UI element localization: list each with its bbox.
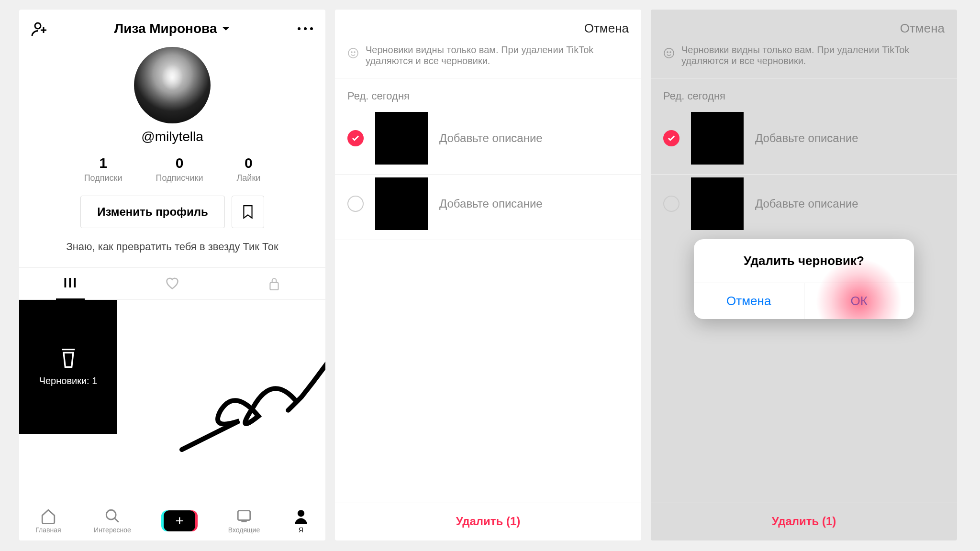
svg-point-3 — [310, 27, 313, 30]
draft-description: Добавьте описание — [755, 197, 858, 210]
stat-likes[interactable]: 0 Лайки — [237, 155, 261, 183]
bio-text: Знаю, как превратить тебя в звезду Тик Т… — [19, 241, 325, 253]
drafts-info: Черновики видны только вам. При удалении… — [335, 41, 641, 78]
feed-icon — [63, 276, 78, 289]
svg-point-1 — [298, 27, 301, 30]
draft-thumbnail — [375, 112, 428, 165]
svg-point-16 — [670, 52, 671, 53]
draft-item-2: Добавьте описание — [651, 175, 957, 240]
svg-rect-7 — [270, 283, 278, 290]
dialog-title: Удалить черновик? — [694, 239, 914, 283]
draft-thumbnail — [691, 112, 744, 165]
bookmark-icon — [242, 205, 254, 219]
draft-description: Добавьте описание — [439, 197, 543, 210]
section-label: Ред. сегодня — [651, 78, 957, 109]
draft-item-2[interactable]: Добавьте описание — [335, 175, 641, 240]
content-tabs — [19, 267, 325, 300]
home-icon — [40, 508, 56, 524]
heart-icon — [165, 276, 180, 290]
svg-point-11 — [348, 48, 358, 58]
check-icon — [667, 134, 676, 143]
stat-followers[interactable]: 0 Подписчики — [156, 155, 203, 183]
svg-rect-5 — [69, 278, 71, 287]
inbox-icon — [236, 508, 252, 524]
confirm-dialog: Удалить черновик? Отмена ОК — [694, 239, 914, 319]
checkbox-unchecked — [663, 196, 679, 212]
svg-rect-6 — [74, 278, 76, 287]
cancel-button[interactable]: Отмена — [584, 21, 629, 35]
drafts-icon — [59, 348, 78, 369]
stat-following[interactable]: 1 Подписки — [84, 155, 122, 183]
check-icon — [351, 134, 360, 143]
bookmark-button[interactable] — [232, 196, 264, 228]
more-icon[interactable] — [297, 26, 314, 31]
tab-private[interactable] — [223, 268, 325, 299]
svg-rect-9 — [238, 511, 250, 520]
draft-description: Добавьте описание — [755, 132, 858, 145]
svg-point-2 — [304, 27, 307, 30]
person-icon — [293, 508, 309, 524]
draft-item-1[interactable]: Добавьте описание — [335, 109, 641, 175]
svg-point-13 — [354, 52, 355, 53]
draft-thumbnail — [691, 177, 744, 230]
svg-point-15 — [667, 52, 668, 53]
dialog-cancel-button[interactable]: Отмена — [694, 283, 804, 319]
svg-point-0 — [35, 23, 41, 29]
tab-feed[interactable] — [19, 268, 121, 299]
edit-profile-button[interactable]: Изменить профиль — [80, 196, 225, 228]
draft-thumbnail — [375, 177, 428, 230]
nav-inbox[interactable]: Входящие — [228, 508, 260, 534]
section-label: Ред. сегодня — [335, 78, 641, 109]
username: @milytella — [19, 129, 325, 144]
add-user-icon[interactable] — [31, 20, 48, 37]
draft-item-1: Добавьте описание — [651, 109, 957, 175]
smile-icon — [347, 47, 359, 61]
chevron-down-icon — [222, 24, 230, 33]
drafts-tile[interactable]: Черновики: 1 — [19, 300, 117, 434]
svg-point-12 — [351, 52, 352, 53]
drafts-info: Черновики видны только вам. При удалении… — [651, 41, 957, 78]
search-icon — [104, 508, 121, 524]
checkbox-checked — [663, 130, 679, 146]
svg-point-10 — [298, 510, 304, 517]
avatar[interactable] — [134, 47, 211, 123]
nav-discover[interactable]: Интересное — [94, 508, 131, 534]
svg-point-14 — [664, 48, 674, 58]
nav-home[interactable]: Главная — [35, 508, 61, 534]
checkbox-unchecked[interactable] — [347, 196, 364, 212]
delete-button[interactable]: Удалить (1) — [772, 515, 836, 528]
lock-icon — [268, 276, 280, 291]
create-button[interactable]: + — [164, 510, 195, 531]
stats-row: 1 Подписки 0 Подписчики 0 Лайки — [19, 155, 325, 183]
svg-rect-4 — [64, 278, 66, 287]
tab-liked[interactable] — [121, 268, 223, 299]
delete-button[interactable]: Удалить (1) — [456, 515, 521, 528]
draft-description: Добавьте описание — [439, 132, 543, 145]
drafts-screen-dialog: Отмена Черновики видны только вам. При у… — [651, 10, 957, 540]
dialog-ok-button[interactable]: ОК — [804, 283, 914, 319]
smile-icon — [663, 47, 675, 61]
checkbox-checked[interactable] — [347, 130, 364, 146]
profile-screen: Лиза Миронова @milytella 1 Подписки 0 По… — [19, 10, 325, 540]
cancel-button[interactable]: Отмена — [900, 21, 945, 35]
drafts-screen: Отмена Черновики видны только вам. При у… — [335, 10, 641, 540]
svg-point-8 — [106, 510, 116, 519]
bottom-nav: Главная Интересное + Входящие Я — [19, 501, 325, 540]
nav-me[interactable]: Я — [293, 508, 309, 534]
profile-title[interactable]: Лиза Миронова — [114, 21, 231, 36]
